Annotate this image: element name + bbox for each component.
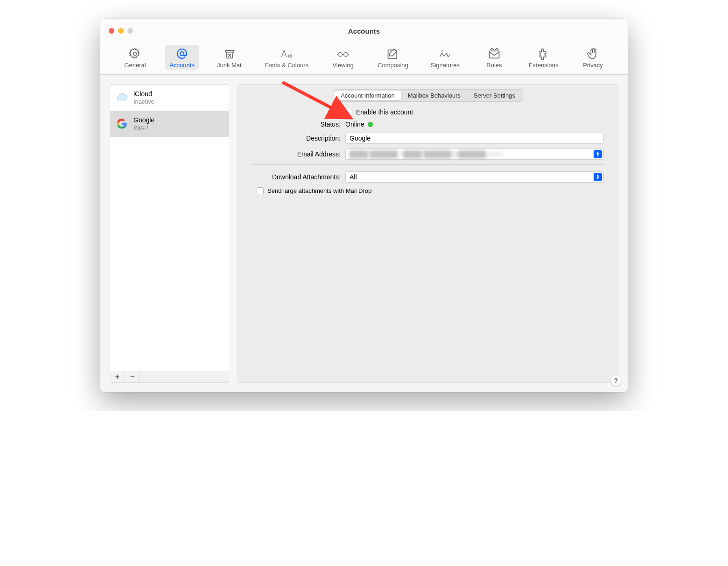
account-list: iCloud Inactive Google <box>110 84 229 371</box>
svg-point-2 <box>338 52 343 57</box>
content-area: iCloud Inactive Google <box>100 75 628 392</box>
at-sign-icon <box>175 47 189 61</box>
toolbar-label: Rules <box>486 62 502 69</box>
footer-spacer <box>140 371 229 382</box>
gear-icon <box>128 47 141 61</box>
trash-icon <box>223 47 236 61</box>
download-row: Download Attachments: All ▲▼ <box>252 171 604 183</box>
account-row-icloud[interactable]: iCloud Inactive <box>110 85 229 111</box>
account-subtitle: IMAP <box>133 124 154 132</box>
zoom-window-button[interactable] <box>127 28 133 34</box>
sidebar-footer: + − <box>110 371 229 383</box>
puzzle-icon <box>537 47 550 61</box>
enable-account-row: Enable this account <box>252 108 604 116</box>
account-details-panel: Account Information Mailbox Behaviours S… <box>238 84 618 383</box>
status-row: Status: Online <box>252 120 604 128</box>
description-value: Google <box>350 134 371 142</box>
form-divider <box>252 164 604 165</box>
toolbar-signatures[interactable]: Signatures <box>426 45 464 70</box>
toolbar-viewing[interactable]: Viewing <box>326 45 360 70</box>
segment-server-settings[interactable]: Server Settings <box>467 91 522 100</box>
enable-account-checkbox[interactable] <box>345 109 352 116</box>
svg-point-0 <box>133 52 137 56</box>
compose-icon <box>386 47 399 61</box>
account-form: Enable this account Status: Online Descr… <box>238 108 618 208</box>
status-online-dot-icon <box>368 122 373 127</box>
download-attachments-select[interactable]: All ▲▼ <box>345 171 604 183</box>
window-title: Accounts <box>100 27 628 35</box>
hand-icon <box>587 47 600 61</box>
description-label: Description: <box>252 134 345 142</box>
toolbar-label: Junk Mail <box>217 62 243 69</box>
toolbar-label: Viewing <box>332 62 353 69</box>
segmented-control: Account Information Mailbox Behaviours S… <box>333 89 523 102</box>
maildrop-label: Send large attachments with Mail Drop <box>267 187 371 194</box>
maildrop-row: Send large attachments with Mail Drop <box>257 187 604 194</box>
toolbar-privacy[interactable]: Privacy <box>576 45 610 70</box>
accounts-sidebar: iCloud Inactive Google <box>110 84 229 383</box>
status-value: Online <box>345 120 364 128</box>
status-label: Status: <box>252 120 345 128</box>
account-name: Google <box>133 116 154 124</box>
traffic-lights <box>100 28 133 34</box>
account-text: Google IMAP <box>133 116 154 131</box>
segment-mailbox-behaviours[interactable]: Mailbox Behaviours <box>401 91 467 100</box>
chevrons-icon: ▲▼ <box>594 173 602 181</box>
toolbar-general[interactable]: General <box>118 45 152 70</box>
account-text: iCloud Inactive <box>133 90 154 105</box>
svg-rect-5 <box>489 51 499 58</box>
titlebar: Accounts <box>100 19 628 43</box>
account-name: iCloud <box>133 90 154 98</box>
icloud-icon <box>115 91 129 105</box>
preferences-toolbar: General Accounts Junk Mail Fonts & Colou… <box>100 43 628 75</box>
email-label: Email Address: <box>252 150 345 158</box>
toolbar-fonts-colours[interactable]: Fonts & Colours <box>260 45 313 70</box>
minimize-window-button[interactable] <box>118 28 124 34</box>
download-value: All <box>350 173 357 181</box>
toolbar-label: Composing <box>378 62 408 69</box>
preferences-window: Accounts General Accounts Junk Mail Font… <box>100 19 628 392</box>
help-button[interactable]: ? <box>611 375 621 386</box>
fonts-icon <box>280 47 293 61</box>
description-row: Description: Google <box>252 133 604 144</box>
maildrop-checkbox[interactable] <box>257 187 264 194</box>
segment-account-information[interactable]: Account Information <box>334 91 401 100</box>
remove-account-button[interactable]: − <box>125 371 140 382</box>
toolbar-label: Privacy <box>583 62 603 69</box>
glasses-icon <box>336 47 350 61</box>
email-value-blurred: ████ ██████ <████.██████@██████.com> <box>350 150 504 158</box>
toolbar-extensions[interactable]: Extensions <box>524 45 563 70</box>
toolbar-label: General <box>124 62 146 69</box>
chevrons-icon: ▲▼ <box>594 150 602 158</box>
email-address-select[interactable]: ████ ██████ <████.██████@██████.com> ▲▼ <box>345 149 604 160</box>
account-row-google[interactable]: Google IMAP <box>110 111 229 137</box>
toolbar-junk-mail[interactable]: Junk Mail <box>212 45 247 70</box>
close-window-button[interactable] <box>109 28 114 34</box>
svg-point-3 <box>344 52 348 57</box>
toolbar-label: Extensions <box>529 62 559 69</box>
toolbar-composing[interactable]: Composing <box>373 45 413 70</box>
toolbar-label: Fonts & Colours <box>265 62 308 69</box>
email-row: Email Address: ████ ██████ <████.██████@… <box>252 149 604 160</box>
add-account-button[interactable]: + <box>110 371 125 382</box>
toolbar-label: Accounts <box>169 62 194 69</box>
envelope-rules-icon <box>488 47 501 61</box>
toolbar-label: Signatures <box>431 62 460 69</box>
download-label: Download Attachments: <box>252 173 345 181</box>
svg-point-1 <box>180 52 184 56</box>
toolbar-accounts[interactable]: Accounts <box>165 45 199 70</box>
description-input[interactable]: Google <box>345 133 604 144</box>
account-subtitle: Inactive <box>133 98 154 106</box>
toolbar-rules[interactable]: Rules <box>477 45 511 70</box>
google-icon <box>115 117 129 131</box>
signature-icon <box>439 47 452 61</box>
enable-account-label: Enable this account <box>356 108 413 116</box>
